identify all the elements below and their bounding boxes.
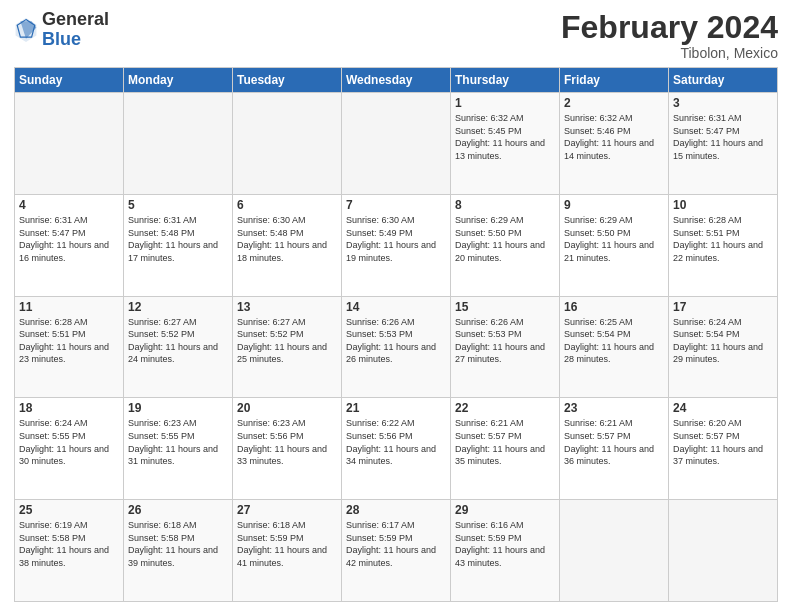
title-block: February 2024 Tibolon, Mexico <box>561 10 778 61</box>
day-number: 26 <box>128 503 228 517</box>
logo-text: General Blue <box>42 10 109 50</box>
day-info: Sunrise: 6:25 AM Sunset: 5:54 PM Dayligh… <box>564 316 664 366</box>
day-number: 20 <box>237 401 337 415</box>
calendar-cell: 15Sunrise: 6:26 AM Sunset: 5:53 PM Dayli… <box>451 296 560 398</box>
day-info: Sunrise: 6:31 AM Sunset: 5:47 PM Dayligh… <box>19 214 119 264</box>
calendar-cell: 17Sunrise: 6:24 AM Sunset: 5:54 PM Dayli… <box>669 296 778 398</box>
calendar-cell: 11Sunrise: 6:28 AM Sunset: 5:51 PM Dayli… <box>15 296 124 398</box>
calendar-cell: 24Sunrise: 6:20 AM Sunset: 5:57 PM Dayli… <box>669 398 778 500</box>
day-info: Sunrise: 6:32 AM Sunset: 5:46 PM Dayligh… <box>564 112 664 162</box>
day-number: 8 <box>455 198 555 212</box>
calendar-cell: 29Sunrise: 6:16 AM Sunset: 5:59 PM Dayli… <box>451 500 560 602</box>
calendar-cell <box>342 93 451 195</box>
day-number: 4 <box>19 198 119 212</box>
day-number: 28 <box>346 503 446 517</box>
day-header-friday: Friday <box>560 68 669 93</box>
day-info: Sunrise: 6:31 AM Sunset: 5:48 PM Dayligh… <box>128 214 228 264</box>
calendar-cell: 13Sunrise: 6:27 AM Sunset: 5:52 PM Dayli… <box>233 296 342 398</box>
calendar-cell: 7Sunrise: 6:30 AM Sunset: 5:49 PM Daylig… <box>342 194 451 296</box>
calendar-cell: 28Sunrise: 6:17 AM Sunset: 5:59 PM Dayli… <box>342 500 451 602</box>
calendar-cell: 5Sunrise: 6:31 AM Sunset: 5:48 PM Daylig… <box>124 194 233 296</box>
calendar-cell <box>15 93 124 195</box>
day-number: 27 <box>237 503 337 517</box>
day-number: 9 <box>564 198 664 212</box>
calendar-cell: 10Sunrise: 6:28 AM Sunset: 5:51 PM Dayli… <box>669 194 778 296</box>
calendar-week-5: 25Sunrise: 6:19 AM Sunset: 5:58 PM Dayli… <box>15 500 778 602</box>
day-header-saturday: Saturday <box>669 68 778 93</box>
day-number: 21 <box>346 401 446 415</box>
day-number: 3 <box>673 96 773 110</box>
calendar-cell: 4Sunrise: 6:31 AM Sunset: 5:47 PM Daylig… <box>15 194 124 296</box>
day-info: Sunrise: 6:29 AM Sunset: 5:50 PM Dayligh… <box>455 214 555 264</box>
day-number: 29 <box>455 503 555 517</box>
calendar-table: SundayMondayTuesdayWednesdayThursdayFrid… <box>14 67 778 602</box>
calendar-cell: 3Sunrise: 6:31 AM Sunset: 5:47 PM Daylig… <box>669 93 778 195</box>
day-number: 18 <box>19 401 119 415</box>
day-info: Sunrise: 6:20 AM Sunset: 5:57 PM Dayligh… <box>673 417 773 467</box>
day-number: 19 <box>128 401 228 415</box>
calendar-cell: 27Sunrise: 6:18 AM Sunset: 5:59 PM Dayli… <box>233 500 342 602</box>
day-number: 16 <box>564 300 664 314</box>
calendar-cell: 6Sunrise: 6:30 AM Sunset: 5:48 PM Daylig… <box>233 194 342 296</box>
day-number: 14 <box>346 300 446 314</box>
calendar-week-1: 1Sunrise: 6:32 AM Sunset: 5:45 PM Daylig… <box>15 93 778 195</box>
day-info: Sunrise: 6:17 AM Sunset: 5:59 PM Dayligh… <box>346 519 446 569</box>
day-info: Sunrise: 6:21 AM Sunset: 5:57 PM Dayligh… <box>455 417 555 467</box>
page: General Blue February 2024 Tibolon, Mexi… <box>0 0 792 612</box>
calendar-cell: 9Sunrise: 6:29 AM Sunset: 5:50 PM Daylig… <box>560 194 669 296</box>
day-info: Sunrise: 6:23 AM Sunset: 5:55 PM Dayligh… <box>128 417 228 467</box>
day-number: 13 <box>237 300 337 314</box>
calendar-cell <box>233 93 342 195</box>
day-number: 7 <box>346 198 446 212</box>
day-info: Sunrise: 6:22 AM Sunset: 5:56 PM Dayligh… <box>346 417 446 467</box>
day-number: 17 <box>673 300 773 314</box>
day-number: 23 <box>564 401 664 415</box>
day-number: 12 <box>128 300 228 314</box>
day-info: Sunrise: 6:24 AM Sunset: 5:54 PM Dayligh… <box>673 316 773 366</box>
calendar-cell <box>124 93 233 195</box>
calendar-cell: 1Sunrise: 6:32 AM Sunset: 5:45 PM Daylig… <box>451 93 560 195</box>
calendar-cell: 20Sunrise: 6:23 AM Sunset: 5:56 PM Dayli… <box>233 398 342 500</box>
day-info: Sunrise: 6:23 AM Sunset: 5:56 PM Dayligh… <box>237 417 337 467</box>
day-info: Sunrise: 6:27 AM Sunset: 5:52 PM Dayligh… <box>128 316 228 366</box>
calendar-cell: 14Sunrise: 6:26 AM Sunset: 5:53 PM Dayli… <box>342 296 451 398</box>
day-info: Sunrise: 6:32 AM Sunset: 5:45 PM Dayligh… <box>455 112 555 162</box>
day-info: Sunrise: 6:19 AM Sunset: 5:58 PM Dayligh… <box>19 519 119 569</box>
day-number: 5 <box>128 198 228 212</box>
day-info: Sunrise: 6:18 AM Sunset: 5:59 PM Dayligh… <box>237 519 337 569</box>
day-info: Sunrise: 6:21 AM Sunset: 5:57 PM Dayligh… <box>564 417 664 467</box>
calendar-header-row: SundayMondayTuesdayWednesdayThursdayFrid… <box>15 68 778 93</box>
calendar-week-3: 11Sunrise: 6:28 AM Sunset: 5:51 PM Dayli… <box>15 296 778 398</box>
day-number: 25 <box>19 503 119 517</box>
subtitle: Tibolon, Mexico <box>561 45 778 61</box>
calendar-cell <box>560 500 669 602</box>
day-header-thursday: Thursday <box>451 68 560 93</box>
day-info: Sunrise: 6:31 AM Sunset: 5:47 PM Dayligh… <box>673 112 773 162</box>
day-number: 24 <box>673 401 773 415</box>
day-header-sunday: Sunday <box>15 68 124 93</box>
logo: General Blue <box>14 10 109 50</box>
day-header-monday: Monday <box>124 68 233 93</box>
day-info: Sunrise: 6:28 AM Sunset: 5:51 PM Dayligh… <box>19 316 119 366</box>
day-number: 22 <box>455 401 555 415</box>
calendar-cell: 22Sunrise: 6:21 AM Sunset: 5:57 PM Dayli… <box>451 398 560 500</box>
day-number: 15 <box>455 300 555 314</box>
day-info: Sunrise: 6:26 AM Sunset: 5:53 PM Dayligh… <box>346 316 446 366</box>
day-number: 1 <box>455 96 555 110</box>
day-header-tuesday: Tuesday <box>233 68 342 93</box>
day-info: Sunrise: 6:26 AM Sunset: 5:53 PM Dayligh… <box>455 316 555 366</box>
day-info: Sunrise: 6:18 AM Sunset: 5:58 PM Dayligh… <box>128 519 228 569</box>
day-number: 6 <box>237 198 337 212</box>
calendar-week-2: 4Sunrise: 6:31 AM Sunset: 5:47 PM Daylig… <box>15 194 778 296</box>
calendar-cell: 26Sunrise: 6:18 AM Sunset: 5:58 PM Dayli… <box>124 500 233 602</box>
calendar-cell: 25Sunrise: 6:19 AM Sunset: 5:58 PM Dayli… <box>15 500 124 602</box>
calendar-week-4: 18Sunrise: 6:24 AM Sunset: 5:55 PM Dayli… <box>15 398 778 500</box>
day-number: 10 <box>673 198 773 212</box>
day-info: Sunrise: 6:30 AM Sunset: 5:48 PM Dayligh… <box>237 214 337 264</box>
calendar-cell: 21Sunrise: 6:22 AM Sunset: 5:56 PM Dayli… <box>342 398 451 500</box>
day-info: Sunrise: 6:24 AM Sunset: 5:55 PM Dayligh… <box>19 417 119 467</box>
calendar-cell: 18Sunrise: 6:24 AM Sunset: 5:55 PM Dayli… <box>15 398 124 500</box>
day-header-wednesday: Wednesday <box>342 68 451 93</box>
month-title: February 2024 <box>561 10 778 45</box>
calendar-cell: 2Sunrise: 6:32 AM Sunset: 5:46 PM Daylig… <box>560 93 669 195</box>
